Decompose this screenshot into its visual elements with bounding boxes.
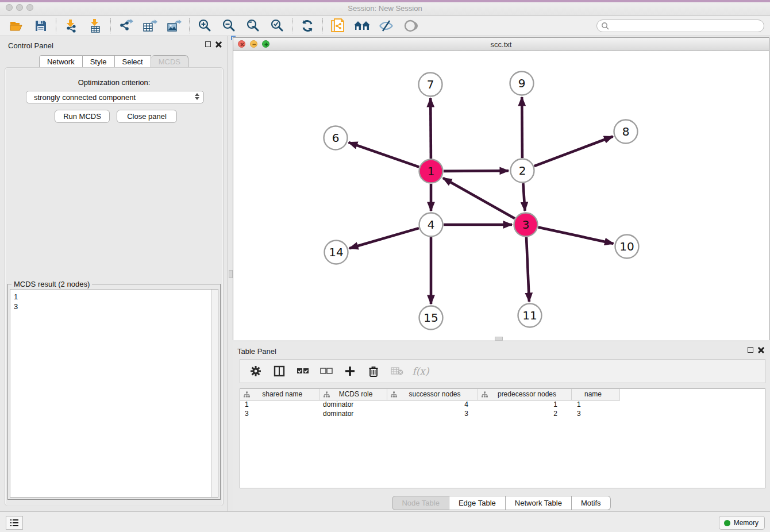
graph-node-4[interactable]: 4: [419, 213, 443, 237]
edge-2-3[interactable]: [523, 183, 525, 211]
column-header-shared-name[interactable]: shared name: [240, 389, 319, 400]
edge-3-11[interactable]: [526, 237, 529, 302]
edge-1-6[interactable]: [349, 142, 419, 167]
table-cell[interactable]: 4: [387, 400, 478, 409]
tab-motifs[interactable]: Motifs: [572, 496, 611, 510]
edge-4-14[interactable]: [349, 228, 419, 248]
horizontal-splitter-handle[interactable]: [495, 337, 503, 341]
table-cell[interactable]: 3: [387, 409, 478, 418]
tab-style[interactable]: Style: [83, 55, 115, 68]
show-panels-button[interactable]: [398, 17, 422, 34]
home-button[interactable]: [350, 17, 374, 34]
edge-3-1[interactable]: [443, 178, 515, 218]
optimization-criterion-select[interactable]: strongly connected component: [26, 91, 204, 103]
table-row[interactable]: 3dominator323: [240, 409, 765, 418]
save-session-button[interactable]: [29, 17, 53, 34]
mcds-result-values: 1 3: [10, 290, 218, 314]
table-cell[interactable]: 2: [478, 409, 571, 418]
graph-node-8[interactable]: 8: [614, 120, 638, 144]
table-cell[interactable]: 1: [571, 400, 619, 409]
tab-select[interactable]: Select: [115, 55, 151, 68]
svg-text:7: 7: [427, 78, 434, 91]
node-table[interactable]: shared name MCDS role successor nodes pr…: [240, 389, 765, 418]
select-all-button[interactable]: [296, 364, 310, 378]
table-body[interactable]: 1dominator4113dominator323: [240, 400, 765, 418]
column-header-successor-nodes[interactable]: successor nodes: [387, 389, 478, 400]
table-cell-filler: [619, 400, 765, 409]
mcds-result-list[interactable]: 1 3: [10, 289, 218, 498]
export-image-button[interactable]: [162, 17, 186, 34]
delete-column-button[interactable]: [367, 364, 380, 378]
tab-network-table[interactable]: Network Table: [506, 496, 572, 510]
table-header-row[interactable]: shared name MCDS role successor nodes pr…: [240, 389, 765, 400]
network-canvas[interactable]: 7 9 6 8 1 2 4 3 14: [233, 52, 769, 340]
open-file-button[interactable]: [5, 17, 29, 34]
export-network-button[interactable]: [114, 17, 138, 34]
edge-1-2[interactable]: [444, 171, 509, 171]
graph-node-3[interactable]: 3: [514, 213, 538, 237]
network-window-titlebar[interactable]: scc.txt: [233, 38, 769, 51]
zoom-selected-button[interactable]: [265, 17, 289, 34]
table-cell[interactable]: dominator: [319, 409, 387, 418]
zoom-in-button[interactable]: [192, 17, 217, 34]
result-scrollbar[interactable]: [211, 290, 218, 497]
graph-node-9[interactable]: 9: [510, 72, 534, 95]
table-cell[interactable]: dominator: [319, 400, 387, 409]
graph-node-14[interactable]: 14: [325, 241, 348, 264]
close-panel-icon[interactable]: [215, 41, 222, 47]
search-input[interactable]: [609, 21, 764, 31]
unselect-all-button[interactable]: [319, 364, 333, 378]
tab-network[interactable]: Network: [39, 55, 83, 68]
split-column-button[interactable]: [272, 364, 286, 378]
table-cell[interactable]: 3: [240, 409, 319, 418]
refresh-button[interactable]: [295, 17, 319, 34]
delete-table-button[interactable]: [390, 364, 404, 378]
graph-node-11[interactable]: 11: [518, 304, 542, 327]
close-panel-icon[interactable]: [758, 346, 764, 353]
close-panel-button[interactable]: Close panel: [117, 110, 177, 123]
column-header-name[interactable]: name: [571, 389, 619, 400]
vertical-splitter-handle[interactable]: [229, 270, 233, 278]
graph-node-15[interactable]: 15: [419, 306, 443, 330]
import-network-button[interactable]: [59, 17, 83, 34]
export-network-icon: [118, 18, 134, 33]
table-cell[interactable]: 1: [478, 400, 571, 409]
gear-button[interactable]: [249, 364, 263, 378]
memory-button[interactable]: Memory: [719, 516, 765, 530]
float-panel-icon[interactable]: [205, 41, 211, 47]
float-panel-icon[interactable]: [748, 347, 753, 353]
tab-mcds[interactable]: MCDS: [151, 55, 188, 68]
graph-node-7[interactable]: 7: [419, 73, 442, 97]
function-builder-button[interactable]: f(x): [414, 364, 428, 378]
import-table-button[interactable]: [83, 17, 107, 34]
edge-1-7[interactable]: [430, 98, 431, 159]
column-header-predecessor-nodes[interactable]: predecessor nodes: [478, 389, 571, 400]
open-network-file-button[interactable]: [326, 17, 350, 34]
graph-node-2[interactable]: 2: [511, 159, 534, 183]
hide-panels-button[interactable]: [374, 17, 398, 34]
attribute-icon: [391, 391, 397, 398]
export-table-button[interactable]: [138, 17, 162, 34]
tab-edge-table[interactable]: Edge Table: [449, 496, 506, 510]
search-box[interactable]: [596, 20, 764, 32]
table-cell[interactable]: 1: [240, 400, 319, 409]
zoom-fit-button[interactable]: [241, 17, 265, 34]
edge-3-10[interactable]: [538, 228, 614, 244]
edge-2-8[interactable]: [534, 137, 613, 167]
table-cell[interactable]: 3: [571, 409, 619, 418]
graph-node-10[interactable]: 10: [615, 235, 639, 259]
graph-node-6[interactable]: 6: [324, 126, 348, 150]
zoom-in-icon: [197, 18, 212, 33]
table-row[interactable]: 1dominator411: [240, 400, 765, 409]
add-column-button[interactable]: [343, 364, 357, 378]
show-task-history-button[interactable]: [6, 516, 23, 530]
graph-node-1[interactable]: 1: [419, 160, 443, 183]
network-graph[interactable]: 7 9 6 8 1 2 4 3 14: [233, 52, 769, 340]
run-mcds-button[interactable]: Run MCDS: [55, 110, 110, 123]
tab-node-table[interactable]: Node Table: [392, 496, 449, 510]
control-panel-header: Control Panel: [0, 36, 228, 53]
zoom-out-button[interactable]: [217, 17, 241, 34]
edge-2-9[interactable]: [522, 97, 522, 158]
column-header-MCDS-role[interactable]: MCDS role: [319, 389, 387, 400]
mcds-result-group: MCDS result (2 nodes) 1 3: [7, 284, 221, 500]
